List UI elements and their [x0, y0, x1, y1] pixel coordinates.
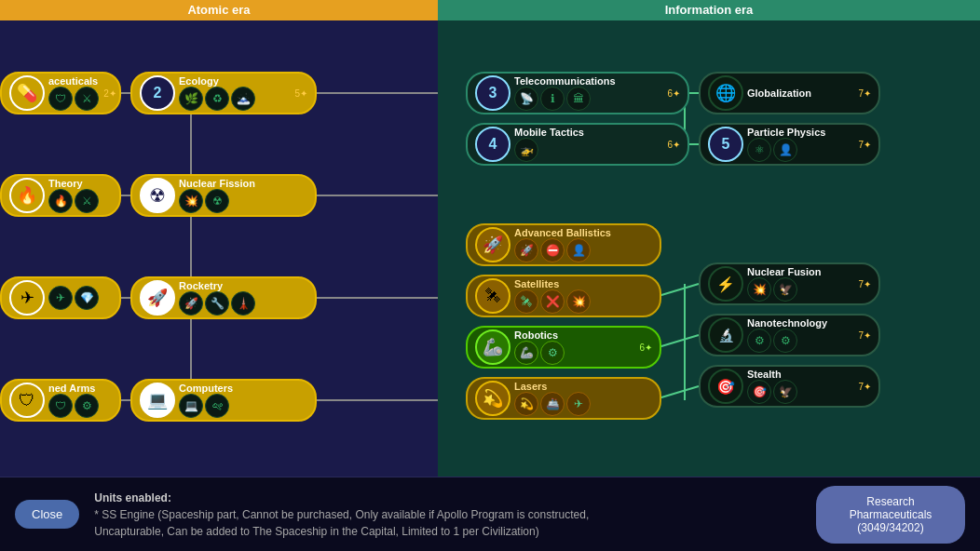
unnamed-icons: ✈ 💎 — [48, 286, 99, 310]
fission-icon2: ☢ — [205, 189, 229, 213]
ecology-icon1: 🌿 — [179, 87, 203, 111]
tech-particle-physics[interactable]: 5 Particle Physics ⚛ 👤 7✦ — [699, 123, 880, 166]
fusion-icon-circle: ⚡ — [708, 266, 743, 302]
theory-label: Theory — [48, 178, 95, 189]
lasers-icon-circle: 💫 — [475, 381, 510, 416]
stealth-icon-circle: 🎯 — [708, 369, 743, 404]
tech-nanotechnology[interactable]: 🔬 Nanotechnology ⚙ ⚙ 7✦ — [699, 314, 880, 356]
pharmaceuticals-cost: 2✦ — [103, 88, 116, 99]
globalization-cost: 7✦ — [858, 88, 871, 99]
nanotechnology-label: Nanotechnology — [747, 317, 852, 329]
tech-globalization[interactable]: 🌐 Globalization 7✦ — [699, 72, 880, 114]
theory-icon1: 🔥 — [48, 189, 73, 213]
research-pharmaceuticals-button[interactable]: Research Pharmaceuticals (3049/34202) — [816, 486, 965, 544]
tech-armed-arms[interactable]: 🛡 ned Arms 🛡 ⚙ — [0, 379, 121, 422]
stealth-label: Stealth — [747, 369, 852, 380]
satellites-icon2: ❌ — [540, 289, 565, 314]
armed-icon2: ⚙ — [75, 394, 99, 418]
nano-cost: 7✦ — [858, 330, 871, 341]
telecom-icon2: ℹ — [540, 87, 565, 111]
tech-computers[interactable]: 💻 Computers 💻 🛩 — [130, 379, 317, 422]
mobile-icons: 🚁 — [514, 138, 665, 162]
fission-icon: ☢ — [140, 178, 175, 213]
units-enabled-header: Units enabled: — [94, 490, 801, 506]
units-enabled-detail: * SS Engine (Spaceship part, Cannot be p… — [94, 506, 801, 540]
tech-unnamed[interactable]: ✈ ✈ 💎 — [0, 276, 121, 319]
stealth-cost: 7✦ — [858, 382, 871, 392]
ballistics-icon2: ⛔ — [540, 238, 565, 262]
lasers-icon3: ✈ — [566, 392, 591, 416]
mobile-era-circle: 4 — [475, 127, 510, 162]
tech-robotics[interactable]: 🦾 Robotics 🦾 ⚙ 6✦ — [466, 326, 661, 369]
nano-icon1: ⚙ — [747, 329, 771, 353]
globalization-icon-circle: 🌐 — [708, 75, 743, 111]
tech-theory[interactable]: 🔥 Theory 🔥 ⚔ — [0, 174, 121, 217]
information-era-label: Information era — [438, 0, 980, 20]
atomic-era-label: Atomic era — [0, 0, 438, 20]
satellites-icon1: 🛰 — [514, 289, 538, 314]
armed-icon: 🛡 — [9, 383, 45, 418]
robotics-label: Robotics — [514, 329, 633, 341]
satellites-label: Satellites — [514, 278, 648, 289]
lasers-icons: 💫 🚢 ✈ — [514, 392, 652, 416]
atomic-panel: 💊 aceuticals 🛡 ⚔ 2✦ 🔥 Theory 🔥 ⚔ ✈ — [0, 20, 438, 477]
particle-physics-label: Particle Physics — [747, 127, 852, 138]
armed-icon1: 🛡 — [48, 394, 73, 418]
rocketry-icon1: 🚀 — [179, 291, 203, 316]
rocketry-icons: 🚀 🔧 🗼 — [179, 291, 307, 316]
research-btn-line2: (3049/34202) — [831, 521, 950, 534]
tech-stealth[interactable]: 🎯 Stealth 🎯 🦅 7✦ — [699, 365, 880, 408]
tech-nuclear-fusion[interactable]: ⚡ Nuclear Fusion 💥 🦅 7✦ — [699, 262, 880, 305]
fission-icon1: 💥 — [179, 189, 203, 213]
particle-icon2: 👤 — [773, 138, 797, 162]
nuclear-fusion-label: Nuclear Fusion — [747, 266, 852, 277]
computers-icon2: 🛩 — [205, 394, 229, 418]
tech-mobile-tactics[interactable]: 4 Mobile Tactics 🚁 6✦ — [466, 123, 689, 166]
stealth-icon2: 🦅 — [773, 380, 797, 404]
telecom-cost: 6✦ — [667, 88, 680, 99]
nano-icon-circle: 🔬 — [708, 317, 743, 353]
lasers-icon1: 💫 — [514, 392, 538, 416]
ecology-era-circle: 2 — [140, 75, 175, 111]
pharm-icon2: ⚔ — [75, 87, 99, 111]
era-header: Atomic era Information era — [0, 0, 980, 20]
computers-label: Computers — [179, 383, 304, 394]
info-panel: 3 Telecommunications 📡 ℹ 🏛 6✦ 4 Mobile T… — [438, 20, 980, 477]
close-button[interactable]: Close — [15, 500, 79, 529]
unnamed-icon1: ✈ — [48, 286, 73, 310]
tech-adv-ballistics[interactable]: 🚀 Advanced Ballistics 🚀 ⛔ 👤 — [466, 223, 661, 266]
satellites-icon-circle: 🛰 — [475, 278, 510, 314]
rocketry-label: Rocketry — [179, 280, 304, 291]
theory-icon2: ⚔ — [75, 189, 99, 213]
tech-satellites[interactable]: 🛰 Satellites 🛰 ❌ 💥 — [466, 275, 661, 317]
particle-icon1: ⚛ — [747, 138, 771, 162]
fission-label: Nuclear Fission — [179, 178, 304, 189]
robotics-icon1: 🦾 — [514, 341, 538, 365]
bottom-info-text: Units enabled: * SS Engine (Spaceship pa… — [94, 490, 801, 540]
particle-era-circle: 5 — [708, 127, 743, 162]
pharm-icon1: 🛡 — [48, 87, 73, 111]
fusion-icon2: 🦅 — [773, 277, 797, 302]
computers-icons: 💻 🛩 — [179, 394, 307, 418]
fusion-icons: 💥 🦅 — [747, 277, 856, 302]
telecom-icon3: 🏛 — [566, 87, 591, 111]
rocketry-icon2: 🔧 — [205, 291, 229, 316]
tech-rocketry[interactable]: 🚀 Rocketry 🚀 🔧 🗼 — [130, 276, 317, 319]
ecology-icon3: 🗻 — [231, 87, 255, 111]
tech-pharmaceuticals[interactable]: 💊 aceuticals 🛡 ⚔ 2✦ — [0, 72, 121, 114]
ecology-label: Ecology — [179, 75, 289, 87]
research-btn-line1: Research Pharmaceuticals — [831, 495, 950, 521]
fusion-cost: 7✦ — [858, 279, 871, 289]
unnamed-icon2: 💎 — [75, 286, 99, 310]
theory-icon: 🔥 — [9, 178, 45, 213]
tech-ecology[interactable]: 2 Ecology 🌿 ♻ 🗻 5✦ — [130, 72, 317, 114]
tech-lasers[interactable]: 💫 Lasers 💫 🚢 ✈ — [466, 377, 661, 420]
telecom-label: Telecommunications — [514, 75, 661, 87]
tech-nuclear-fission[interactable]: ☢ Nuclear Fission 💥 ☢ — [130, 174, 317, 217]
ballistics-icons: 🚀 ⛔ 👤 — [514, 238, 652, 262]
robotics-icon2: ⚙ — [540, 341, 565, 365]
telecom-icons: 📡 ℹ 🏛 — [514, 87, 665, 111]
nano-icons: ⚙ ⚙ — [747, 329, 856, 353]
robotics-icons: 🦾 ⚙ — [514, 341, 637, 365]
tech-telecom[interactable]: 3 Telecommunications 📡 ℹ 🏛 6✦ — [466, 72, 689, 114]
